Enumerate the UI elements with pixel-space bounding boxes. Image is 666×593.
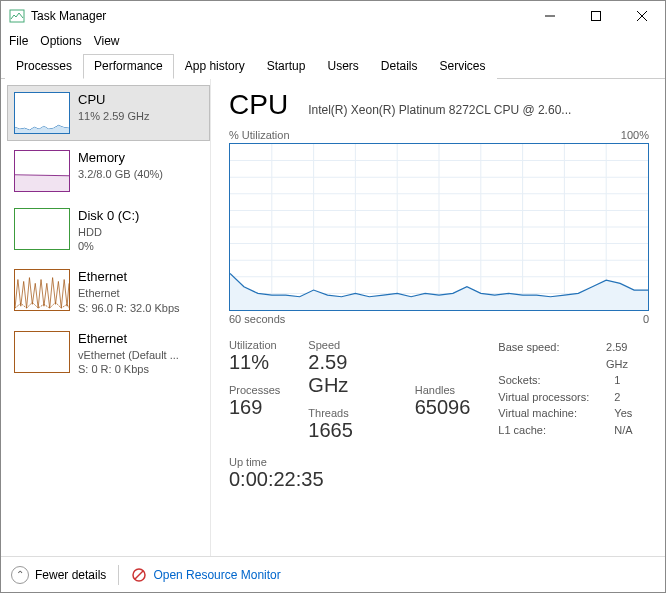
- base-speed-val: 2.59 GHz: [606, 339, 649, 372]
- sidebar-cpu-title: CPU: [78, 92, 150, 109]
- tab-strip: Processes Performance App history Startu…: [1, 53, 665, 79]
- utilization-chart[interactable]: [229, 143, 649, 311]
- utilization-value: 11%: [229, 351, 280, 374]
- vm-key: Virtual machine:: [498, 405, 608, 422]
- minimize-button[interactable]: [527, 1, 573, 31]
- titlebar: Task Manager: [1, 1, 665, 31]
- sidebar-eth2-sub2: S: 0 R: 0 Kbps: [78, 362, 179, 376]
- processes-label: Processes: [229, 384, 280, 396]
- handles-label: Handles: [415, 384, 471, 396]
- memory-sparkline: [14, 150, 70, 192]
- sidebar-item-ethernet1[interactable]: Ethernet Ethernet S: 96.0 R: 32.0 Kbps: [7, 262, 210, 321]
- sidebar-cpu-sub: 11% 2.59 GHz: [78, 109, 150, 123]
- speed-label: Speed: [308, 339, 386, 351]
- threads-value: 1665: [308, 419, 386, 442]
- footer-divider: [118, 565, 119, 585]
- sidebar-memory-title: Memory: [78, 150, 163, 167]
- menu-view[interactable]: View: [94, 34, 120, 48]
- uptime-value: 0:00:22:35: [229, 468, 649, 491]
- tab-performance[interactable]: Performance: [83, 54, 174, 79]
- sockets-val: 1: [614, 372, 620, 389]
- sidebar-disk-title: Disk 0 (C:): [78, 208, 139, 225]
- sidebar-item-disk0[interactable]: Disk 0 (C:) HDD 0%: [7, 201, 210, 260]
- vm-val: Yes: [614, 405, 632, 422]
- sidebar-eth2-sub1: vEthernet (Default ...: [78, 348, 179, 362]
- menu-file[interactable]: File: [9, 34, 28, 48]
- chart-xleft: 60 seconds: [229, 313, 285, 325]
- chart-ymax: 100%: [621, 129, 649, 141]
- sidebar-eth1-title: Ethernet: [78, 269, 180, 286]
- footer: ⌃ Fewer details Open Resource Monitor: [1, 556, 665, 592]
- chart-ylabel: % Utilization: [229, 129, 290, 141]
- maximize-button[interactable]: [573, 1, 619, 31]
- tab-users[interactable]: Users: [316, 54, 369, 79]
- vproc-val: 2: [614, 389, 620, 406]
- sidebar-item-cpu[interactable]: CPU 11% 2.59 GHz: [7, 85, 210, 141]
- sidebar: CPU 11% 2.59 GHz Memory 3.2/8.0 GB (40%)…: [1, 79, 211, 556]
- cpu-sparkline: [14, 92, 70, 134]
- open-resource-monitor-link[interactable]: Open Resource Monitor: [131, 567, 280, 583]
- sidebar-disk-sub1: HDD: [78, 225, 139, 239]
- menubar: File Options View: [1, 31, 665, 51]
- processes-value: 169: [229, 396, 280, 419]
- tab-processes[interactable]: Processes: [5, 54, 83, 79]
- eth2-sparkline: [14, 331, 70, 373]
- content: CPU 11% 2.59 GHz Memory 3.2/8.0 GB (40%)…: [1, 79, 665, 556]
- fewer-details-label: Fewer details: [35, 568, 106, 582]
- handles-value: 65096: [415, 396, 471, 419]
- l1-key: L1 cache:: [498, 422, 608, 439]
- close-button[interactable]: [619, 1, 665, 31]
- sidebar-memory-sub: 3.2/8.0 GB (40%): [78, 167, 163, 181]
- uptime-label: Up time: [229, 456, 649, 468]
- sidebar-disk-sub2: 0%: [78, 239, 139, 253]
- fewer-details-button[interactable]: ⌃ Fewer details: [11, 566, 106, 584]
- page-title: CPU: [229, 89, 288, 121]
- tab-services[interactable]: Services: [429, 54, 497, 79]
- chevron-up-icon: ⌃: [11, 566, 29, 584]
- tab-startup[interactable]: Startup: [256, 54, 317, 79]
- window-title: Task Manager: [31, 9, 527, 23]
- resmon-icon: [131, 567, 147, 583]
- svg-rect-2: [592, 12, 601, 21]
- svg-rect-5: [15, 176, 69, 191]
- resmon-label: Open Resource Monitor: [153, 568, 280, 582]
- sidebar-item-memory[interactable]: Memory 3.2/8.0 GB (40%): [7, 143, 210, 199]
- speed-value: 2.59 GHz: [308, 351, 386, 397]
- sockets-key: Sockets:: [498, 372, 608, 389]
- eth1-sparkline: [14, 269, 70, 311]
- sidebar-eth2-title: Ethernet: [78, 331, 179, 348]
- main-panel: CPU Intel(R) Xeon(R) Platinum 8272CL CPU…: [211, 79, 665, 556]
- tab-details[interactable]: Details: [370, 54, 429, 79]
- svg-line-25: [135, 571, 143, 579]
- cpu-model: Intel(R) Xeon(R) Platinum 8272CL CPU @ 2…: [308, 103, 649, 117]
- sidebar-item-ethernet2[interactable]: Ethernet vEthernet (Default ... S: 0 R: …: [7, 324, 210, 383]
- l1-val: N/A: [614, 422, 632, 439]
- sidebar-eth1-sub1: Ethernet: [78, 286, 180, 300]
- chart-xright: 0: [643, 313, 649, 325]
- vproc-key: Virtual processors:: [498, 389, 608, 406]
- utilization-label: Utilization: [229, 339, 280, 351]
- threads-label: Threads: [308, 407, 386, 419]
- window-controls: [527, 1, 665, 31]
- base-speed-key: Base speed:: [498, 339, 600, 372]
- sidebar-eth1-sub2: S: 96.0 R: 32.0 Kbps: [78, 301, 180, 315]
- taskmgr-icon: [9, 8, 25, 24]
- disk-sparkline: [14, 208, 70, 250]
- menu-options[interactable]: Options: [40, 34, 81, 48]
- tab-app-history[interactable]: App history: [174, 54, 256, 79]
